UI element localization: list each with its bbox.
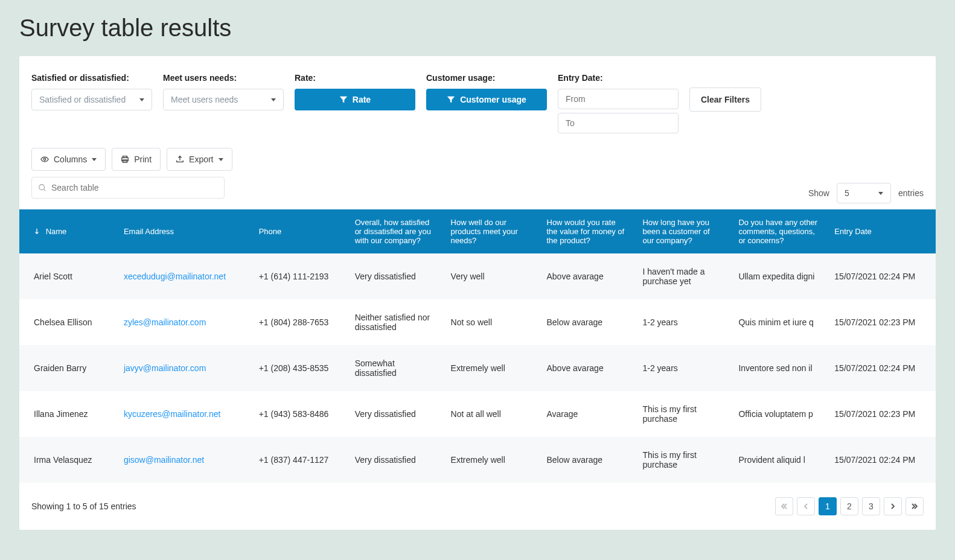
svg-point-0 [43, 158, 46, 161]
page-number-button[interactable]: 1 [819, 497, 837, 515]
col-date[interactable]: Entry Date [826, 209, 936, 253]
cell-date: 15/07/2021 02:24 PM [826, 345, 936, 391]
cell-satisfied: Very dissatisfied [347, 437, 442, 483]
cell-comments: Ullam expedita digni [730, 253, 826, 299]
entries-value: 5 [845, 188, 849, 198]
chevron-double-right-icon [911, 503, 918, 510]
table-row: Ariel Scottxecedudugi@mailinator.net+1 (… [19, 253, 936, 299]
col-phone[interactable]: Phone [251, 209, 347, 253]
button-label: Export [189, 154, 213, 164]
chevron-down-icon [92, 158, 97, 161]
cell-needs: Very well [442, 253, 538, 299]
email-link[interactable]: kycuzeres@mailinator.net [124, 409, 221, 419]
chevron-right-icon [889, 503, 896, 510]
chevron-down-icon [219, 158, 223, 161]
filter-satisfied: Satisfied or dissatisfied: Satisfied or … [31, 73, 152, 110]
email-link[interactable]: gisow@mailinator.net [124, 455, 204, 465]
page-first-button[interactable] [775, 497, 793, 515]
col-needs[interactable]: How well do our products meet your needs… [442, 209, 538, 253]
table-row: Illana Jimenezkycuzeres@mailinator.net+1… [19, 391, 936, 437]
filter-label: Rate: [295, 73, 415, 83]
chevron-double-left-icon [781, 503, 788, 510]
cell-needs: Not at all well [442, 391, 538, 437]
button-label: Customer usage [460, 95, 526, 104]
satisfied-select[interactable]: Satisfied or dissatisfied [31, 89, 152, 110]
col-name[interactable]: Name [19, 209, 115, 253]
cell-comments: Officia voluptatem p [730, 391, 826, 437]
cell-customer: 1-2 years [634, 345, 730, 391]
page-next-button[interactable] [884, 497, 902, 515]
cell-satisfied: Very dissatisfied [347, 253, 442, 299]
date-from-input[interactable] [558, 89, 679, 109]
table-footer: Showing 1 to 5 of 15 entries 123 [19, 483, 936, 515]
rate-filter-button[interactable]: Rate [295, 89, 415, 110]
col-satisfied[interactable]: Overall, how satisfied or dissatisfied a… [347, 209, 442, 253]
eye-icon [40, 155, 49, 164]
cell-email: javyv@mailinator.com [115, 345, 251, 391]
col-email[interactable]: Email Address [115, 209, 251, 253]
cell-name: Graiden Barry [19, 345, 115, 391]
cell-customer: 1-2 years [634, 299, 730, 345]
cell-email: zyles@mailinator.com [115, 299, 251, 345]
cell-email: gisow@mailinator.net [115, 437, 251, 483]
col-value[interactable]: How would you rate the value for money o… [538, 209, 634, 253]
date-to-input[interactable] [558, 113, 679, 133]
cell-name: Irma Velasquez [19, 437, 115, 483]
filter-rate: Rate: Rate [295, 73, 415, 110]
print-button[interactable]: Print [112, 148, 161, 171]
email-link[interactable]: javyv@mailinator.com [124, 363, 206, 373]
table-body: Ariel Scottxecedudugi@mailinator.net+1 (… [19, 253, 936, 483]
cell-phone: +1 (943) 583-8486 [251, 391, 347, 437]
cell-value: Avarage [538, 391, 634, 437]
table-header: Name Email Address Phone Overall, how sa… [19, 209, 936, 253]
page-number-button[interactable]: 3 [862, 497, 880, 515]
cell-value: Below avarage [538, 437, 634, 483]
cell-needs: Extremely well [442, 437, 538, 483]
results-table: Name Email Address Phone Overall, how sa… [19, 209, 936, 483]
button-label: Rate [353, 95, 371, 104]
cell-needs: Not so well [442, 299, 538, 345]
cell-date: 15/07/2021 02:24 PM [826, 253, 936, 299]
cell-value: Below avarage [538, 299, 634, 345]
button-label: Columns [54, 154, 87, 164]
col-customer[interactable]: How long have you been a customer of our… [634, 209, 730, 253]
export-button[interactable]: Export [167, 148, 232, 171]
pagination: 123 [775, 497, 924, 515]
customer-usage-filter-button[interactable]: Customer usage [426, 89, 547, 110]
chevron-left-icon [802, 503, 810, 510]
page-number-button[interactable]: 2 [840, 497, 858, 515]
email-link[interactable]: xecedudugi@mailinator.net [124, 272, 226, 281]
cell-phone: +1 (837) 447-1127 [251, 437, 347, 483]
needs-select[interactable]: Meet users needs [163, 89, 284, 110]
chevron-down-icon [271, 98, 276, 101]
filter-label: Meet users needs: [163, 73, 284, 83]
select-placeholder: Meet users needs [171, 95, 238, 104]
svg-point-4 [39, 185, 45, 190]
col-comments[interactable]: Do you have any other comments, question… [730, 209, 826, 253]
entries-info: Showing 1 to 5 of 15 entries [31, 501, 136, 511]
cell-customer: I haven't made a purchase yet [634, 253, 730, 299]
columns-button[interactable]: Columns [31, 148, 106, 171]
cell-name: Illana Jimenez [19, 391, 115, 437]
cell-date: 15/07/2021 02:23 PM [826, 299, 936, 345]
cell-satisfied: Very dissatisfied [347, 391, 442, 437]
cell-customer: This is my first purchase [634, 391, 730, 437]
filter-label: Customer usage: [426, 73, 547, 83]
clear-filters-button[interactable]: Clear Filters [689, 88, 761, 112]
filter-label: Satisfied or dissatisfied: [31, 73, 152, 83]
cell-needs: Extremely well [442, 345, 538, 391]
cell-email: kycuzeres@mailinator.net [115, 391, 251, 437]
cell-satisfied: Neither satisfied nor dissatisfied [347, 299, 442, 345]
entries-select[interactable]: 5 [837, 183, 891, 203]
cell-comments: Provident aliquid l [730, 437, 826, 483]
email-link[interactable]: zyles@mailinator.com [124, 317, 206, 327]
filter-usage: Customer usage: Customer usage [426, 73, 547, 110]
page-prev-button[interactable] [797, 497, 815, 515]
length-show-label: Show [808, 188, 829, 198]
filters-row: Satisfied or dissatisfied: Satisfied or … [19, 73, 936, 148]
results-panel: Satisfied or dissatisfied: Satisfied or … [19, 56, 936, 530]
cell-phone: +1 (614) 111-2193 [251, 253, 347, 299]
table-row: Chelsea Ellisonzyles@mailinator.com+1 (8… [19, 299, 936, 345]
page-last-button[interactable] [905, 497, 924, 515]
search-input[interactable] [51, 183, 218, 192]
